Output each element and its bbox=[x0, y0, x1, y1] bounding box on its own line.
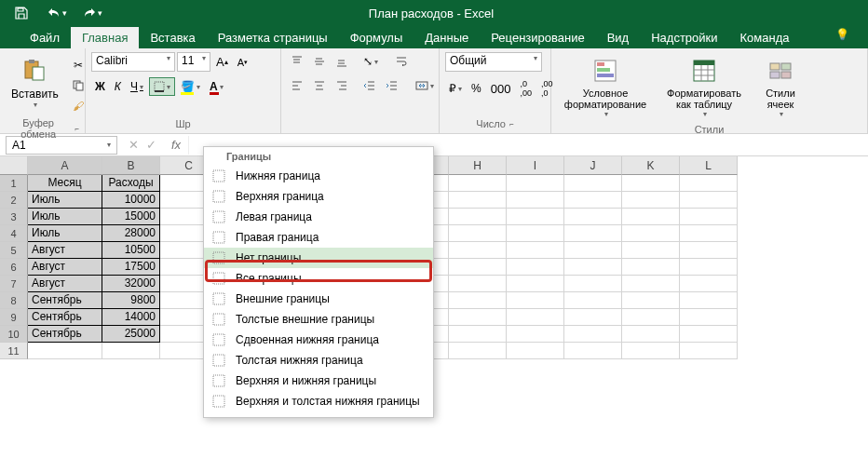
increase-font-button[interactable]: A▴ bbox=[212, 53, 232, 72]
font-size-combo[interactable]: 11 ▾ bbox=[177, 52, 210, 72]
tab-insert[interactable]: Вставка bbox=[139, 27, 206, 48]
decrease-indent-button[interactable] bbox=[359, 76, 380, 95]
cell[interactable] bbox=[564, 209, 622, 225]
tab-addins[interactable]: Надстройки bbox=[640, 27, 728, 48]
cell[interactable] bbox=[564, 343, 622, 359]
cell[interactable] bbox=[622, 259, 680, 276]
column-header[interactable]: J bbox=[564, 156, 622, 175]
cell[interactable] bbox=[102, 343, 160, 359]
tab-view[interactable]: Вид bbox=[596, 27, 641, 48]
select-all-corner[interactable] bbox=[0, 156, 28, 175]
cell[interactable]: Расходы bbox=[102, 175, 160, 192]
comma-button[interactable]: 000 bbox=[487, 79, 515, 98]
cell[interactable] bbox=[622, 292, 680, 309]
borders-menu-item[interactable]: Верхняя и толстая нижняя границы bbox=[204, 391, 433, 411]
row-header[interactable]: 11 bbox=[0, 343, 28, 359]
cell[interactable] bbox=[680, 242, 738, 259]
paste-button[interactable]: Вставить ▾ bbox=[6, 52, 64, 113]
cell[interactable] bbox=[680, 192, 738, 209]
cell[interactable] bbox=[564, 309, 622, 326]
align-left-button[interactable] bbox=[287, 76, 307, 95]
cell[interactable] bbox=[449, 276, 507, 292]
tab-data[interactable]: Данные bbox=[414, 27, 480, 48]
font-color-button[interactable]: A▾ bbox=[206, 77, 227, 96]
cell[interactable] bbox=[449, 259, 507, 276]
tab-review[interactable]: Рецензирование bbox=[480, 27, 595, 48]
currency-button[interactable]: ₽▾ bbox=[445, 79, 466, 98]
cell[interactable] bbox=[449, 192, 507, 209]
tab-team[interactable]: Команда bbox=[729, 27, 801, 48]
cell[interactable] bbox=[680, 292, 738, 309]
cell[interactable] bbox=[622, 209, 680, 225]
cell[interactable] bbox=[507, 175, 564, 192]
merge-button[interactable]: ▾ bbox=[412, 76, 438, 95]
cell[interactable] bbox=[622, 242, 680, 259]
column-header[interactable]: K bbox=[622, 156, 680, 175]
cell[interactable]: Июль bbox=[28, 225, 102, 242]
cell[interactable] bbox=[449, 225, 507, 242]
borders-menu-item[interactable]: Все границы bbox=[204, 268, 433, 289]
column-header[interactable]: B bbox=[102, 156, 160, 175]
cell[interactable] bbox=[622, 343, 680, 359]
cell[interactable]: Июль bbox=[28, 192, 102, 209]
cell[interactable]: Август bbox=[28, 276, 102, 292]
borders-menu-item[interactable]: Верхняя граница bbox=[204, 186, 433, 207]
increase-indent-button[interactable] bbox=[382, 76, 402, 95]
cell[interactable] bbox=[564, 259, 622, 276]
cell[interactable] bbox=[449, 175, 507, 192]
align-middle-button[interactable] bbox=[309, 52, 330, 71]
row-header[interactable]: 10 bbox=[0, 326, 28, 343]
cell[interactable] bbox=[680, 309, 738, 326]
row-header[interactable]: 3 bbox=[0, 209, 28, 225]
cell[interactable]: 10500 bbox=[102, 242, 160, 259]
cell[interactable] bbox=[622, 175, 680, 192]
borders-menu-item[interactable]: Левая граница bbox=[204, 207, 433, 227]
cell[interactable] bbox=[507, 276, 564, 292]
cell[interactable] bbox=[507, 343, 564, 359]
tab-home[interactable]: Главная bbox=[71, 27, 139, 48]
cell[interactable] bbox=[564, 276, 622, 292]
cell[interactable] bbox=[680, 225, 738, 242]
borders-menu-item[interactable]: Верхняя и нижняя границы bbox=[204, 371, 433, 391]
cell-styles-button[interactable]: Стили ячеек▾ bbox=[754, 52, 807, 122]
cell[interactable] bbox=[622, 326, 680, 343]
cell[interactable] bbox=[680, 175, 738, 192]
cell[interactable] bbox=[622, 309, 680, 326]
cell[interactable]: Сентябрь bbox=[28, 292, 102, 309]
row-header[interactable]: 5 bbox=[0, 242, 28, 259]
cell[interactable]: 9800 bbox=[102, 292, 160, 309]
cell[interactable]: Сентябрь bbox=[28, 326, 102, 343]
cell[interactable] bbox=[449, 343, 507, 359]
align-right-button[interactable] bbox=[332, 76, 352, 95]
cell[interactable] bbox=[28, 343, 102, 359]
row-header[interactable]: 6 bbox=[0, 259, 28, 276]
row-header[interactable]: 7 bbox=[0, 276, 28, 292]
borders-menu-item[interactable]: Нет границы bbox=[204, 248, 433, 268]
cell[interactable]: 14000 bbox=[102, 309, 160, 326]
cell[interactable] bbox=[622, 192, 680, 209]
cell[interactable] bbox=[564, 326, 622, 343]
cell[interactable] bbox=[507, 192, 564, 209]
cell[interactable] bbox=[564, 242, 622, 259]
cell[interactable]: Июль bbox=[28, 209, 102, 225]
borders-menu-item[interactable]: Толстые внешние границы bbox=[204, 309, 433, 330]
tab-page-layout[interactable]: Разметка страницы bbox=[207, 27, 339, 48]
row-header[interactable]: 8 bbox=[0, 292, 28, 309]
enter-formula-button[interactable]: ✓ bbox=[146, 138, 156, 152]
cell[interactable]: 10000 bbox=[102, 192, 160, 209]
borders-menu-item[interactable]: Нижняя граница bbox=[204, 166, 433, 186]
cell[interactable] bbox=[449, 209, 507, 225]
cell[interactable] bbox=[680, 209, 738, 225]
column-header[interactable]: L bbox=[680, 156, 738, 175]
borders-menu-item[interactable]: Правая граница bbox=[204, 227, 433, 248]
percent-button[interactable]: % bbox=[468, 79, 485, 98]
cell[interactable] bbox=[449, 292, 507, 309]
cell[interactable]: Август bbox=[28, 242, 102, 259]
cell[interactable] bbox=[449, 309, 507, 326]
cell[interactable] bbox=[507, 209, 564, 225]
cell[interactable] bbox=[507, 259, 564, 276]
borders-button[interactable]: ▾ bbox=[149, 77, 175, 96]
row-header[interactable]: 4 bbox=[0, 225, 28, 242]
cell[interactable] bbox=[507, 292, 564, 309]
tab-file[interactable]: Файл bbox=[19, 27, 71, 48]
